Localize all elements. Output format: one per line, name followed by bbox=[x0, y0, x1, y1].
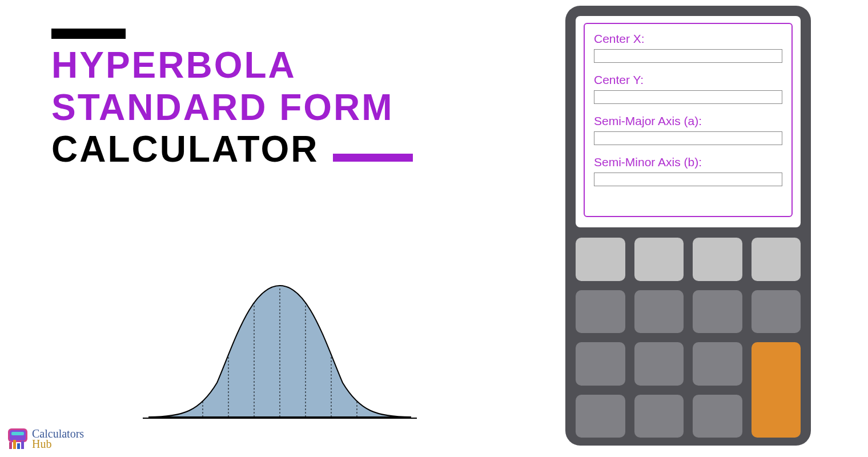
calc-key[interactable] bbox=[634, 290, 684, 334]
calculator-keypad bbox=[576, 238, 801, 438]
calculator-device: Center X: Center Y: Semi-Major Axis (a):… bbox=[565, 6, 811, 446]
calc-key[interactable] bbox=[752, 290, 801, 334]
field-center-y: Center Y: bbox=[594, 73, 782, 104]
label-semi-minor: Semi-Minor Axis (b): bbox=[594, 155, 782, 169]
bell-curve-illustration bbox=[137, 268, 423, 428]
calc-key[interactable] bbox=[693, 342, 742, 386]
calc-key[interactable] bbox=[693, 395, 742, 438]
logo-icon bbox=[7, 427, 30, 450]
input-center-x[interactable] bbox=[594, 49, 782, 63]
decorative-bar-bottom bbox=[333, 154, 413, 162]
svg-rect-11 bbox=[9, 442, 12, 449]
decorative-bar-top bbox=[51, 29, 126, 39]
title-line-1: HYPERBOLA bbox=[51, 45, 497, 87]
calc-key[interactable] bbox=[576, 290, 625, 334]
title-section: HYPERBOLA STANDARD FORM CALCULATOR bbox=[51, 29, 497, 171]
logo-text-line-2: Hub bbox=[32, 439, 84, 449]
calculator-form: Center X: Center Y: Semi-Major Axis (a):… bbox=[584, 23, 793, 217]
calc-key[interactable] bbox=[576, 342, 625, 386]
svg-rect-13 bbox=[17, 443, 20, 449]
input-semi-major[interactable] bbox=[594, 131, 782, 145]
field-semi-major: Semi-Major Axis (a): bbox=[594, 114, 782, 145]
field-center-x: Center X: bbox=[594, 32, 782, 63]
calc-key[interactable] bbox=[576, 395, 625, 438]
svg-rect-12 bbox=[13, 440, 16, 449]
calc-key[interactable] bbox=[634, 238, 684, 281]
field-semi-minor: Semi-Minor Axis (b): bbox=[594, 155, 782, 186]
calculator-screen: Center X: Center Y: Semi-Major Axis (a):… bbox=[576, 16, 801, 227]
label-center-x: Center X: bbox=[594, 32, 782, 46]
label-center-y: Center Y: bbox=[594, 73, 782, 87]
calc-key[interactable] bbox=[693, 238, 742, 281]
brand-logo: Calculators Hub bbox=[7, 427, 84, 450]
calc-key[interactable] bbox=[576, 238, 625, 281]
calc-key[interactable] bbox=[752, 238, 801, 281]
svg-rect-14 bbox=[21, 441, 24, 449]
calc-key[interactable] bbox=[693, 290, 742, 334]
svg-rect-10 bbox=[11, 432, 24, 435]
input-semi-minor[interactable] bbox=[594, 173, 782, 186]
title-line-3: CALCULATOR bbox=[51, 129, 319, 171]
calc-key[interactable] bbox=[634, 395, 684, 438]
calc-key[interactable] bbox=[634, 342, 684, 386]
input-center-y[interactable] bbox=[594, 90, 782, 104]
title-line-2: STANDARD FORM bbox=[51, 87, 497, 129]
calc-key-equals[interactable] bbox=[752, 342, 801, 438]
label-semi-major: Semi-Major Axis (a): bbox=[594, 114, 782, 128]
